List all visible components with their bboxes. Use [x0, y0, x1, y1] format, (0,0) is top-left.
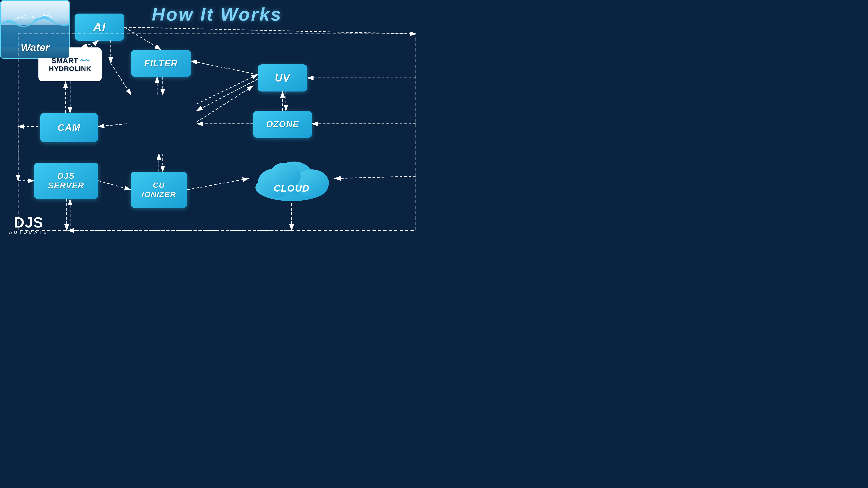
svg-point-5: [32, 15, 34, 18]
svg-line-33: [111, 63, 131, 95]
svg-line-45: [197, 74, 258, 104]
svg-point-4: [49, 12, 50, 14]
svg-line-35: [197, 79, 258, 111]
cam-node: CAM: [40, 113, 98, 142]
filter-node: FILTER: [131, 50, 191, 77]
svg-line-26: [98, 181, 131, 190]
diagram-container: How It Works AI SMART 〜〜 HYDROLINK CAM D…: [0, 0, 434, 244]
svg-line-21: [98, 124, 127, 127]
svg-line-16: [90, 40, 98, 47]
svg-line-17: [124, 27, 161, 50]
cu-ionizer-node: CU IONIZER: [131, 172, 187, 208]
uv-node: UV: [258, 64, 307, 92]
water-node: Water: [0, 0, 70, 59]
svg-line-15: [81, 41, 99, 47]
svg-point-1: [18, 17, 20, 18]
svg-line-18: [124, 27, 416, 34]
djs-automate-logo: DJS AUTOMATE: [9, 215, 48, 235]
svg-line-46: [197, 86, 253, 122]
ai-node: AI: [74, 13, 124, 41]
ozone-node: OZONE: [253, 111, 312, 138]
svg-line-41: [335, 176, 416, 178]
svg-line-44: [187, 178, 249, 190]
cloud-node: CLOUD: [249, 154, 335, 203]
svg-point-3: [43, 13, 45, 15]
svg-line-34: [191, 61, 258, 74]
svg-text:CLOUD: CLOUD: [274, 183, 309, 194]
svg-point-2: [24, 14, 26, 16]
cloud-shape-icon: CLOUD: [249, 154, 335, 203]
djs-server-node: DJS SERVER: [34, 163, 98, 199]
